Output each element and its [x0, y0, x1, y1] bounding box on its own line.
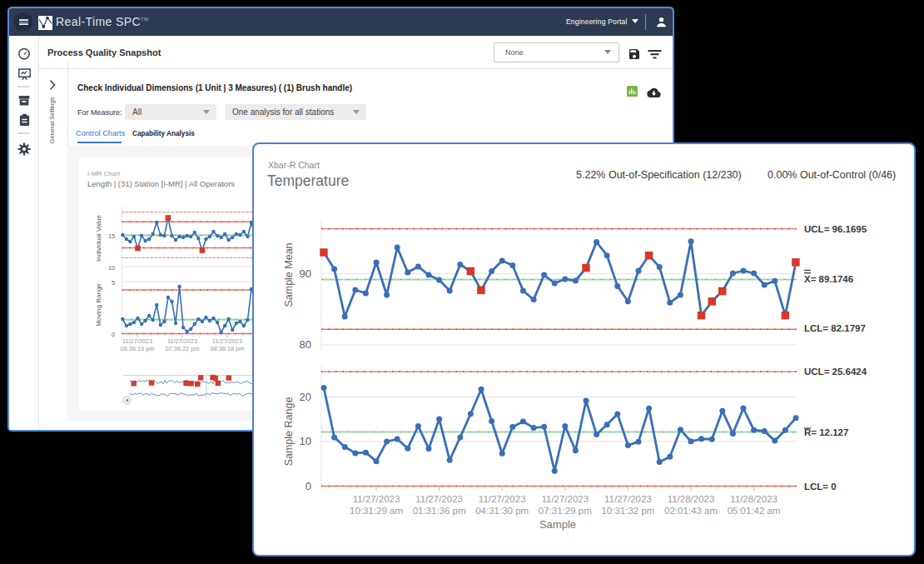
svg-text:0: 0: [306, 480, 311, 492]
svg-text:UCL= 25.6424: UCL= 25.6424: [804, 367, 867, 377]
svg-text:11/28/2023: 11/28/2023: [730, 494, 777, 504]
svg-text:11/27/2023: 11/27/2023: [353, 494, 400, 504]
svg-text:11/27/2023: 11/27/2023: [212, 337, 242, 345]
svg-text:08:36:18 pm: 08:36:18 pm: [211, 345, 245, 352]
svg-text:20: 20: [300, 391, 311, 403]
svg-text:UCL= 96.1695: UCL= 96.1695: [804, 224, 867, 234]
svg-text:11/27/2023: 11/27/2023: [604, 494, 652, 504]
svg-text:R= 12.127: R= 12.127: [804, 427, 848, 437]
svg-text:Sample Range: Sample Range: [283, 397, 295, 467]
svg-text:LCL= 0: LCL= 0: [804, 482, 837, 492]
svg-text:01:31:36 pm: 01:31:36 pm: [413, 506, 466, 516]
svg-text:Individual Value: Individual Value: [95, 215, 102, 262]
svg-text:X= 89.1746: X= 89.1746: [804, 274, 853, 284]
svg-text:11/27/2023: 11/27/2023: [479, 494, 526, 504]
svg-text:15: 15: [108, 232, 115, 240]
svg-text:10: 10: [108, 264, 115, 272]
svg-text:10:31:32 pm: 10:31:32 pm: [601, 506, 654, 516]
svg-text:80: 80: [300, 338, 311, 351]
svg-text:11/27/2023: 11/27/2023: [122, 337, 152, 345]
svg-text:11/27/2023: 11/27/2023: [167, 337, 197, 345]
svg-text:90: 90: [300, 267, 311, 280]
svg-text:06:36:19 pm: 06:36:19 pm: [121, 345, 155, 352]
svg-text:Sample: Sample: [539, 518, 576, 531]
svg-text:07:36:22 pm: 07:36:22 pm: [166, 345, 200, 352]
svg-text:11/27/2023: 11/27/2023: [541, 494, 589, 504]
svg-text:Sample Mean: Sample Mean: [283, 242, 295, 307]
svg-text:0: 0: [112, 331, 115, 338]
svg-text:07:31:29 pm: 07:31:29 pm: [539, 506, 592, 516]
svg-text:LCL= 82.1797: LCL= 82.1797: [804, 323, 866, 333]
svg-text:02:01:43 am: 02:01:43 am: [664, 506, 718, 516]
svg-text:Moving Range: Moving Range: [95, 283, 102, 327]
svg-text:11/28/2023: 11/28/2023: [668, 494, 715, 504]
svg-text:10: 10: [300, 435, 311, 447]
svg-text:10:31:29 am: 10:31:29 am: [350, 506, 403, 516]
svg-text:5: 5: [112, 279, 115, 287]
svg-text:04:31:30 pm: 04:31:30 pm: [475, 506, 529, 516]
svg-text:05:01:42 am: 05:01:42 am: [728, 506, 781, 516]
svg-text:11/27/2023: 11/27/2023: [415, 494, 463, 504]
